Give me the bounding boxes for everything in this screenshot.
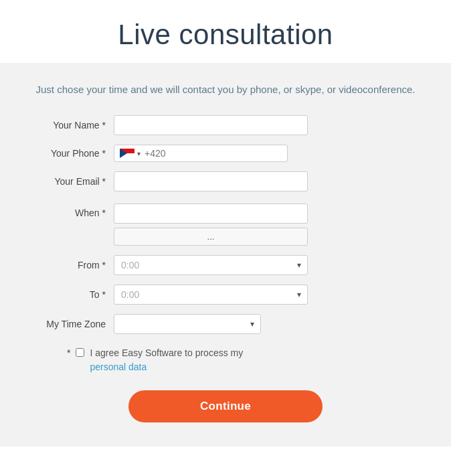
- to-row: To * 0:00 ▾: [27, 285, 424, 305]
- required-star-name: *: [102, 120, 106, 131]
- your-email-row: Your Email *: [27, 171, 424, 191]
- from-label: From *: [27, 260, 114, 270]
- timezone-select-wrapper: ▾: [114, 314, 261, 334]
- required-star-when: *: [102, 208, 106, 218]
- your-name-row: Your Name *: [27, 115, 424, 135]
- flag-cz-icon: [120, 149, 134, 158]
- timezone-row: My Time Zone ▾: [27, 314, 424, 334]
- timezone-label: My Time Zone: [27, 319, 114, 329]
- your-name-input[interactable]: [114, 115, 308, 135]
- from-row: From * 0:00 ▾: [27, 255, 424, 275]
- to-select[interactable]: 0:00: [114, 285, 308, 305]
- to-label: To *: [27, 289, 114, 300]
- personal-data-link[interactable]: personal data: [90, 362, 147, 372]
- your-email-input[interactable]: [114, 171, 308, 191]
- from-select[interactable]: 0:00: [114, 255, 308, 275]
- agree-checkbox[interactable]: [76, 348, 84, 357]
- when-label: When *: [27, 204, 114, 218]
- agree-row: * I agree Easy Software to process my pe…: [27, 346, 424, 374]
- your-phone-row: Your Phone * ▾: [27, 145, 424, 162]
- to-select-wrapper: 0:00 ▾: [114, 285, 308, 305]
- your-phone-label: Your Phone *: [27, 148, 114, 159]
- agree-required-star: *: [67, 346, 70, 358]
- calendar-button[interactable]: ...: [114, 228, 308, 246]
- agree-text: I agree Easy Software to process my pers…: [90, 346, 243, 374]
- timezone-select[interactable]: [114, 314, 261, 334]
- when-wrapper: ...: [114, 204, 308, 246]
- phone-dropdown-arrow[interactable]: ▾: [137, 150, 141, 157]
- when-input[interactable]: [114, 204, 308, 224]
- required-star-from: *: [102, 260, 106, 270]
- header-section: Live consultation: [0, 0, 451, 63]
- phone-prefix-input[interactable]: [145, 148, 265, 159]
- when-row: When * ...: [27, 201, 424, 246]
- page-title: Live consultation: [13, 19, 438, 51]
- your-email-label: Your Email *: [27, 176, 114, 187]
- required-star-email: *: [102, 176, 106, 187]
- description-text: Just chose your time and we will contact…: [27, 82, 424, 98]
- required-star-to: *: [102, 289, 106, 300]
- phone-wrapper: ▾: [114, 145, 288, 162]
- form-section: Just chose your time and we will contact…: [0, 63, 451, 447]
- from-select-wrapper: 0:00 ▾: [114, 255, 308, 275]
- required-star-phone: *: [102, 148, 106, 159]
- your-name-label: Your Name *: [27, 120, 114, 131]
- continue-button[interactable]: Continue: [128, 390, 323, 422]
